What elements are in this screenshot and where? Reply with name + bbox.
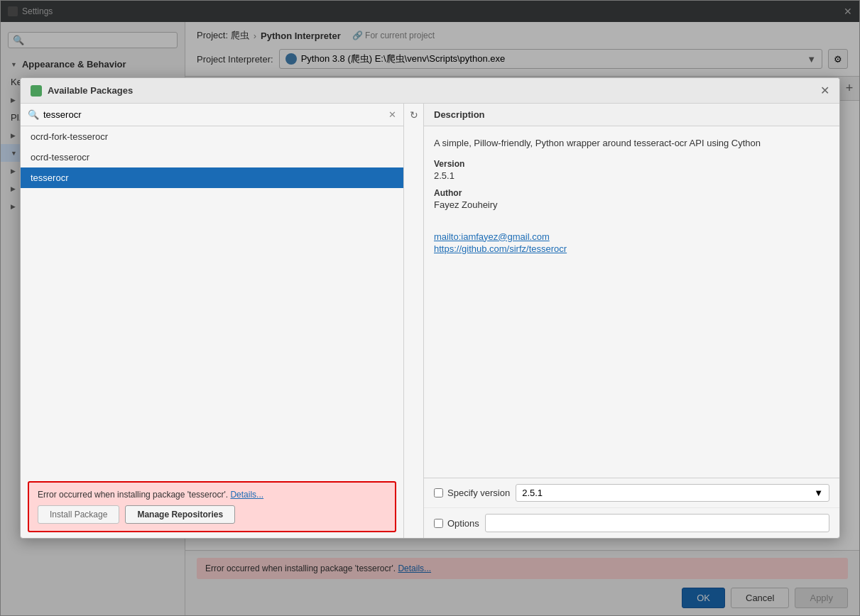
author-value: Fayez Zouheiry bbox=[434, 199, 829, 210]
modal-title-left: Available Packages bbox=[31, 85, 133, 97]
specify-version-checkbox-label: Specify version bbox=[434, 488, 510, 498]
modal-package-icon bbox=[31, 85, 42, 97]
modal-divider: ↻ bbox=[404, 104, 424, 538]
available-packages-modal: Available Packages ✕ 🔍 ✕ ocrd-fork-tesse… bbox=[20, 77, 840, 539]
modal-search-bar: 🔍 ✕ bbox=[21, 104, 403, 126]
description-body: A simple, Pillow-friendly, Python wrappe… bbox=[424, 126, 839, 478]
list-item[interactable]: ocrd-fork-tesserocr bbox=[21, 126, 403, 147]
version-select-value: 2.5.1 bbox=[522, 488, 543, 498]
options-checkbox-label: Options bbox=[434, 518, 479, 529]
modal-overlay: Available Packages ✕ 🔍 ✕ ocrd-fork-tesse… bbox=[0, 0, 860, 616]
version-value: 2.5.1 bbox=[434, 170, 829, 181]
modal-right-panel: Description A simple, Pillow-friendly, P… bbox=[424, 104, 839, 538]
modal-bottom: Specify version 2.5.1 ▼ Options bbox=[424, 478, 839, 538]
modal-search-input[interactable] bbox=[43, 109, 384, 120]
modal-close-button[interactable]: ✕ bbox=[820, 84, 829, 97]
version-dropdown-arrow-icon: ▼ bbox=[814, 488, 823, 498]
modal-error-text: Error occurred when installing package '… bbox=[38, 490, 386, 500]
modal-search-clear-icon[interactable]: ✕ bbox=[388, 109, 396, 120]
description-header: Description bbox=[424, 104, 839, 126]
modal-error-area: Error occurred when installing package '… bbox=[28, 481, 396, 532]
options-row: Options bbox=[424, 508, 839, 538]
manage-repositories-button[interactable]: Manage Repositories bbox=[125, 505, 235, 524]
modal-package-list: ocrd-fork-tesserocr ocrd-tesserocr tesse… bbox=[21, 126, 403, 475]
options-label: Options bbox=[447, 518, 479, 529]
settings-window: Settings ✕ 🔍 Appearance & Behavior Keyma… bbox=[0, 0, 860, 616]
email-link[interactable]: mailto:iamfayez@gmail.com bbox=[434, 231, 829, 242]
specify-version-checkbox[interactable] bbox=[434, 488, 443, 497]
modal-body: 🔍 ✕ ocrd-fork-tesserocr ocrd-tesserocr t… bbox=[21, 104, 839, 538]
modal-error-buttons: Install Package Manage Repositories bbox=[38, 505, 386, 524]
specify-version-label: Specify version bbox=[447, 488, 510, 498]
refresh-icon[interactable]: ↻ bbox=[410, 109, 418, 121]
options-checkbox[interactable] bbox=[434, 519, 443, 528]
list-item-selected[interactable]: tesserocr bbox=[21, 167, 403, 188]
install-package-button[interactable]: Install Package bbox=[38, 505, 119, 524]
modal-title-label: Available Packages bbox=[48, 85, 133, 96]
version-label: Version bbox=[434, 159, 829, 169]
list-item[interactable]: ocrd-tesserocr bbox=[21, 147, 403, 167]
specify-version-row: Specify version 2.5.1 ▼ bbox=[424, 478, 839, 508]
modal-left-panel: 🔍 ✕ ocrd-fork-tesserocr ocrd-tesserocr t… bbox=[21, 104, 404, 538]
modal-error-details-link[interactable]: Details... bbox=[230, 490, 263, 500]
modal-search-icon: 🔍 bbox=[28, 109, 39, 120]
author-label: Author bbox=[434, 188, 829, 198]
options-input[interactable] bbox=[485, 514, 829, 532]
github-link[interactable]: https://github.com/sirfz/tesserocr bbox=[434, 243, 829, 254]
modal-title-bar: Available Packages ✕ bbox=[21, 78, 839, 104]
version-select[interactable]: 2.5.1 ▼ bbox=[516, 484, 829, 502]
description-text: A simple, Pillow-friendly, Python wrappe… bbox=[434, 136, 829, 150]
